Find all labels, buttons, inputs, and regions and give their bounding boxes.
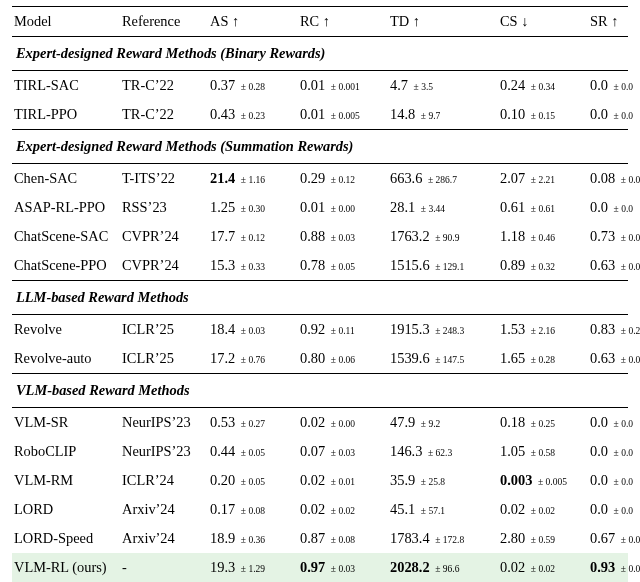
cell-td: 663.6 ± 286.7: [390, 170, 500, 187]
table-row: RevolveICLR’2518.4 ± 0.030.92 ± 0.111915…: [12, 315, 628, 344]
cell-reference: TR-C’22: [122, 106, 210, 123]
cell-model: VLM-SR: [12, 414, 122, 431]
cell-as: 0.17 ± 0.08: [210, 501, 300, 518]
cell-td: 1763.2 ± 90.9: [390, 228, 500, 245]
table-row: VLM-RL (ours)-19.3 ± 1.290.97 ± 0.032028…: [12, 553, 628, 582]
cell-reference: CVPR’24: [122, 257, 210, 274]
col-reference: Reference: [122, 13, 210, 30]
cell-model: Revolve-auto: [12, 350, 122, 367]
cell-as: 15.3 ± 0.33: [210, 257, 300, 274]
cell-td: 45.1 ± 57.1: [390, 501, 500, 518]
cell-cs: 0.89 ± 0.32: [500, 257, 590, 274]
section-header: LLM-based Reward Methods: [12, 281, 628, 314]
cell-as: 1.25 ± 0.30: [210, 199, 300, 216]
cell-cs: 0.24 ± 0.34: [500, 77, 590, 94]
cell-td: 28.1 ± 3.44: [390, 199, 500, 216]
cell-as: 0.20 ± 0.05: [210, 472, 300, 489]
cell-td: 1539.6 ± 147.5: [390, 350, 500, 367]
cell-model: Chen-SAC: [12, 170, 122, 187]
cell-reference: TR-C’22: [122, 77, 210, 94]
table-row: TIRL-SACTR-C’220.37 ± 0.280.01 ± 0.0014.…: [12, 71, 628, 100]
cell-cs: 2.07 ± 2.21: [500, 170, 590, 187]
cell-td: 14.8 ± 9.7: [390, 106, 500, 123]
cell-td: 4.7 ± 3.5: [390, 77, 500, 94]
section-header: Expert-designed Reward Methods (Binary R…: [12, 37, 628, 70]
cell-rc: 0.97 ± 0.03: [300, 559, 390, 576]
cell-reference: -: [122, 559, 210, 576]
cell-reference: ICLR’25: [122, 350, 210, 367]
table-header: Model Reference AS ↑ RC ↑ TD ↑ CS ↓ SR ↑: [12, 7, 628, 36]
results-table: Model Reference AS ↑ RC ↑ TD ↑ CS ↓ SR ↑…: [0, 0, 640, 582]
col-model: Model: [12, 13, 122, 30]
cell-cs: 1.05 ± 0.58: [500, 443, 590, 460]
cell-sr: 0.63 ± 0.05: [590, 257, 640, 274]
cell-cs: 1.65 ± 0.28: [500, 350, 590, 367]
cell-cs: 0.10 ± 0.15: [500, 106, 590, 123]
cell-model: TIRL-SAC: [12, 77, 122, 94]
cell-as: 0.44 ± 0.05: [210, 443, 300, 460]
cell-cs: 1.18 ± 0.46: [500, 228, 590, 245]
cell-rc: 0.01 ± 0.00: [300, 199, 390, 216]
cell-reference: T-ITS’22: [122, 170, 210, 187]
cell-rc: 0.02 ± 0.00: [300, 414, 390, 431]
cell-as: 17.2 ± 0.76: [210, 350, 300, 367]
cell-sr: 0.0 ± 0.0: [590, 77, 640, 94]
cell-model: ASAP-RL-PPO: [12, 199, 122, 216]
section-header: Expert-designed Reward Methods (Summatio…: [12, 130, 628, 163]
cell-sr: 0.67 ± 0.05: [590, 530, 640, 547]
section-header: VLM-based Reward Methods: [12, 374, 628, 407]
table-row: Revolve-autoICLR’2517.2 ± 0.760.80 ± 0.0…: [12, 344, 628, 373]
cell-sr: 0.83 ± 0.24: [590, 321, 640, 338]
cell-cs: 0.02 ± 0.02: [500, 501, 590, 518]
cell-sr: 0.0 ± 0.0: [590, 106, 640, 123]
cell-reference: NeurIPS’23: [122, 414, 210, 431]
cell-cs: 0.02 ± 0.02: [500, 559, 590, 576]
table-row: ChatScene-SACCVPR’2417.7 ± 0.120.88 ± 0.…: [12, 222, 628, 251]
cell-td: 1515.6 ± 129.1: [390, 257, 500, 274]
cell-as: 18.9 ± 0.36: [210, 530, 300, 547]
cell-as: 0.43 ± 0.23: [210, 106, 300, 123]
cell-rc: 0.07 ± 0.03: [300, 443, 390, 460]
cell-rc: 0.29 ± 0.12: [300, 170, 390, 187]
table-row: Chen-SACT-ITS’2221.4 ± 1.160.29 ± 0.1266…: [12, 164, 628, 193]
cell-reference: Arxiv’24: [122, 530, 210, 547]
table-row: TIRL-PPOTR-C’220.43 ± 0.230.01 ± 0.00514…: [12, 100, 628, 129]
col-td: TD ↑: [390, 13, 500, 30]
cell-reference: ICLR’24: [122, 472, 210, 489]
cell-sr: 0.73 ± 0.05: [590, 228, 640, 245]
col-cs: CS ↓: [500, 13, 590, 30]
table-row: LORD-SpeedArxiv’2418.9 ± 0.360.87 ± 0.08…: [12, 524, 628, 553]
cell-model: LORD-Speed: [12, 530, 122, 547]
cell-as: 0.37 ± 0.28: [210, 77, 300, 94]
cell-model: TIRL-PPO: [12, 106, 122, 123]
cell-model: VLM-RL (ours): [12, 559, 122, 576]
cell-model: ChatScene-SAC: [12, 228, 122, 245]
cell-cs: 0.003 ± 0.005: [500, 472, 590, 489]
cell-rc: 0.87 ± 0.08: [300, 530, 390, 547]
cell-rc: 0.02 ± 0.02: [300, 501, 390, 518]
cell-sr: 0.0 ± 0.0: [590, 501, 640, 518]
cell-as: 19.3 ± 1.29: [210, 559, 300, 576]
cell-as: 21.4 ± 1.16: [210, 170, 300, 187]
cell-model: ChatScene-PPO: [12, 257, 122, 274]
cell-sr: 0.08 ± 0.08: [590, 170, 640, 187]
col-rc: RC ↑: [300, 13, 390, 30]
cell-model: LORD: [12, 501, 122, 518]
cell-td: 146.3 ± 62.3: [390, 443, 500, 460]
cell-as: 18.4 ± 0.03: [210, 321, 300, 338]
table-body: Expert-designed Reward Methods (Binary R…: [12, 37, 628, 582]
cell-rc: 0.02 ± 0.01: [300, 472, 390, 489]
table-row: LORDArxiv’240.17 ± 0.080.02 ± 0.0245.1 ±…: [12, 495, 628, 524]
cell-model: VLM-RM: [12, 472, 122, 489]
cell-rc: 0.80 ± 0.06: [300, 350, 390, 367]
cell-cs: 0.61 ± 0.61: [500, 199, 590, 216]
cell-rc: 0.78 ± 0.05: [300, 257, 390, 274]
cell-td: 2028.2 ± 96.6: [390, 559, 500, 576]
cell-sr: 0.0 ± 0.0: [590, 472, 640, 489]
table-row: RoboCLIPNeurIPS’230.44 ± 0.050.07 ± 0.03…: [12, 437, 628, 466]
cell-td: 47.9 ± 9.2: [390, 414, 500, 431]
cell-as: 0.53 ± 0.27: [210, 414, 300, 431]
cell-model: Revolve: [12, 321, 122, 338]
cell-rc: 0.92 ± 0.11: [300, 321, 390, 338]
cell-as: 17.7 ± 0.12: [210, 228, 300, 245]
